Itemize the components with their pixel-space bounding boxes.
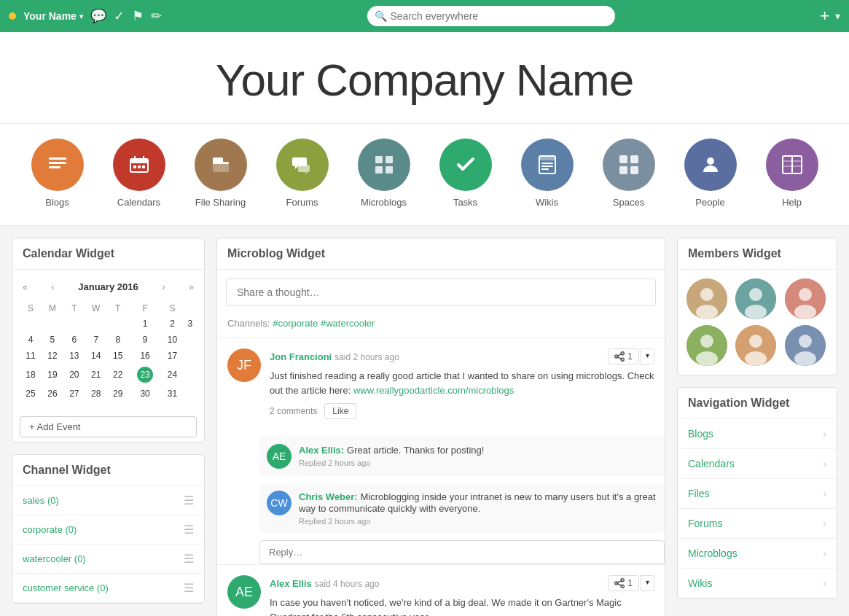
- comment-author[interactable]: Alex Ellis:: [299, 445, 344, 456]
- cal-next[interactable]: ›: [162, 282, 165, 292]
- nav-blogs[interactable]: Blogs ›: [678, 419, 837, 449]
- cal-prev-prev[interactable]: «: [23, 282, 28, 292]
- compose-icon[interactable]: ✏: [151, 8, 162, 24]
- member-avatar-m5[interactable]: [735, 325, 776, 366]
- add-event-button[interactable]: + Add Event: [20, 416, 197, 437]
- member-avatar-m4[interactable]: [686, 325, 727, 366]
- app-icon-spaces[interactable]: Spaces: [603, 139, 655, 208]
- like-button[interactable]: Like: [324, 403, 356, 419]
- calendar-day[interactable]: 30: [129, 386, 162, 402]
- calendar-day[interactable]: 17: [162, 348, 184, 364]
- calendar-day[interactable]: 14: [85, 348, 107, 364]
- comment-item: CW Chris Weber: Microblogging inside you…: [259, 483, 665, 533]
- calendar-day[interactable]: 10: [162, 332, 184, 348]
- post-author[interactable]: Alex Ellis: [270, 578, 312, 589]
- calendar-day[interactable]: 22: [107, 364, 129, 386]
- calendar-day[interactable]: 31: [162, 386, 184, 402]
- calendar-day[interactable]: 18: [20, 364, 42, 386]
- nav-calendars[interactable]: Calendars ›: [678, 449, 837, 479]
- calendar-day[interactable]: 23: [129, 364, 162, 386]
- app-icon-tasks[interactable]: Tasks: [439, 139, 492, 208]
- comment-avatar: AE: [267, 444, 292, 469]
- calendar-day[interactable]: 16: [129, 348, 162, 364]
- calendar-day[interactable]: 28: [85, 386, 107, 402]
- app-icon-microblogs[interactable]: Microblogs: [358, 139, 410, 208]
- thought-input[interactable]: [226, 278, 656, 306]
- app-icon-blogs[interactable]: Blogs: [31, 139, 84, 208]
- nav-wikis[interactable]: Wikis ›: [678, 569, 837, 599]
- calendar-day[interactable]: 4: [20, 332, 42, 348]
- calendar-day[interactable]: 11: [20, 348, 42, 364]
- app-icon-wikis[interactable]: Wikis: [521, 139, 574, 208]
- member-avatar-m1[interactable]: [686, 278, 727, 319]
- post-author[interactable]: Jon Francioni: [270, 351, 332, 362]
- calendar-day[interactable]: 5: [42, 332, 63, 348]
- add-button[interactable]: +: [820, 7, 829, 26]
- channel-tag[interactable]: #watercooler: [321, 318, 375, 329]
- calendar-day[interactable]: 3: [183, 316, 197, 332]
- svg-point-51: [700, 335, 713, 348]
- bookmarks-icon[interactable]: ⚑: [132, 8, 144, 24]
- svg-rect-21: [541, 168, 549, 170]
- nav-item-arrow-icon: ›: [823, 458, 826, 469]
- calendar-day[interactable]: 1: [129, 316, 162, 332]
- nav-microblogs[interactable]: Microblogs ›: [678, 539, 837, 569]
- member-avatar-m6[interactable]: [785, 325, 826, 366]
- share-dropdown[interactable]: ▾: [641, 575, 654, 591]
- channel-item-customer-service[interactable]: customer service (0) ☰: [12, 574, 204, 603]
- calendar-widget: Calendar Widget « ‹ January 2016 › » SMT…: [12, 238, 205, 442]
- app-icon-forums[interactable]: Forums: [276, 139, 329, 208]
- svg-point-52: [696, 351, 718, 366]
- comments-count-link[interactable]: 2 comments: [270, 406, 317, 416]
- tasks-icon[interactable]: ✓: [114, 8, 125, 24]
- user-name-label[interactable]: Your Name ▾: [23, 10, 83, 22]
- app-icon-filesharing[interactable]: File Sharing: [195, 139, 247, 208]
- svg-rect-2: [49, 166, 60, 168]
- share-button[interactable]: 1: [608, 348, 639, 364]
- post-item: JF Jon Francioni said 2 hours ago 1 ▾ Ju…: [217, 338, 665, 429]
- calendar-day[interactable]: 6: [63, 332, 85, 348]
- calendar-day[interactable]: 12: [42, 348, 63, 364]
- calendar-day[interactable]: 15: [107, 348, 129, 364]
- nav-left: Your Name ▾ 💬 ✓ ⚑ ✏: [9, 8, 162, 24]
- post-link[interactable]: www.reallygoodarticle.com/microblogs: [353, 385, 514, 396]
- calendar-day[interactable]: 19: [42, 364, 63, 386]
- app-icon-people[interactable]: People: [684, 139, 737, 208]
- nav-files[interactable]: Files ›: [678, 479, 837, 509]
- share-button[interactable]: 1: [608, 575, 639, 591]
- reply-input[interactable]: [259, 540, 665, 564]
- comment-author[interactable]: Chris Weber:: [299, 491, 358, 502]
- svg-rect-9: [142, 165, 145, 168]
- app-icon-calendars[interactable]: Calendars: [113, 139, 165, 208]
- calendar-day[interactable]: 27: [63, 386, 85, 402]
- calendar-day[interactable]: 21: [85, 364, 107, 386]
- channel-item-watercooler[interactable]: watercooler (0) ☰: [12, 545, 204, 574]
- channel-item-sales[interactable]: sales (0) ☰: [12, 486, 204, 515]
- calendar-day[interactable]: 7: [85, 332, 107, 348]
- calendar-day[interactable]: 24: [162, 364, 184, 386]
- nav-forums[interactable]: Forums ›: [678, 509, 837, 539]
- member-avatar-m2[interactable]: [735, 278, 776, 319]
- calendar-day[interactable]: 25: [20, 386, 42, 402]
- calendar-day[interactable]: 2: [162, 316, 184, 332]
- calendar-day[interactable]: 26: [42, 386, 63, 402]
- channel-item-corporate[interactable]: corporate (0) ☰: [12, 515, 204, 545]
- channel-tag[interactable]: #corporate: [273, 318, 318, 329]
- messages-icon[interactable]: 💬: [90, 8, 106, 24]
- channels-list: sales (0) ☰ corporate (0) ☰ watercooler …: [12, 486, 204, 603]
- share-dropdown[interactable]: ▾: [641, 348, 654, 364]
- app-icon-help[interactable]: Help: [766, 139, 818, 208]
- search-input[interactable]: [367, 6, 615, 26]
- cal-prev[interactable]: ‹: [51, 282, 54, 292]
- user-menu-arrow[interactable]: ▾: [79, 12, 83, 20]
- nav-dropdown-arrow[interactable]: ▾: [835, 10, 840, 22]
- calendar-day[interactable]: 29: [107, 386, 129, 402]
- calendar-day[interactable]: 8: [107, 332, 129, 348]
- svg-rect-19: [541, 163, 553, 164]
- calendar-day[interactable]: 13: [63, 348, 85, 364]
- member-avatar-m3[interactable]: [785, 278, 826, 319]
- right-column: Members Widget Navigation Widget Blogs ›: [677, 238, 837, 616]
- calendar-day[interactable]: 9: [129, 332, 162, 348]
- cal-next-next[interactable]: »: [189, 282, 194, 292]
- calendar-day[interactable]: 20: [63, 364, 85, 386]
